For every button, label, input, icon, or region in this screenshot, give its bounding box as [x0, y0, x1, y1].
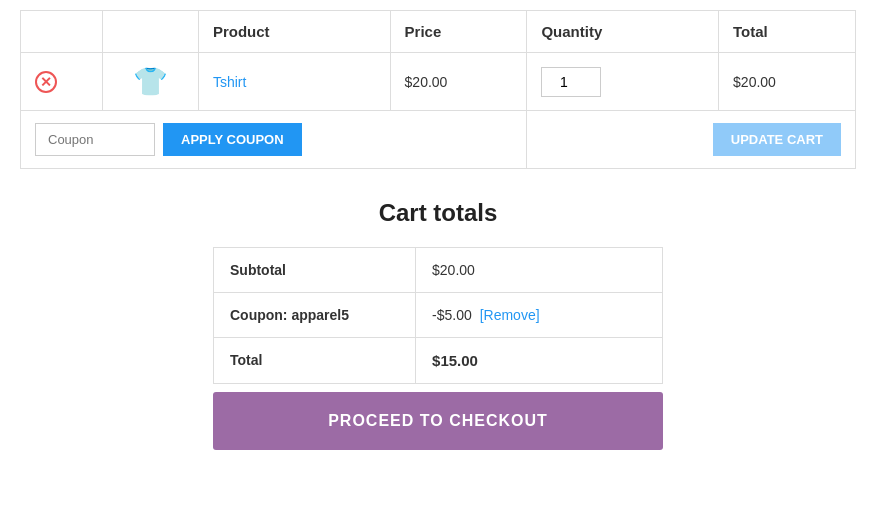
remove-item-button[interactable]: ✕	[35, 71, 57, 93]
col-product-header: Product	[198, 11, 390, 53]
update-cart-button[interactable]: UPDATE CART	[713, 123, 841, 156]
proceed-to-checkout-button[interactable]: PROCEED TO CHECKOUT	[213, 392, 663, 450]
quantity-cell	[527, 53, 719, 111]
subtotal-label: Subtotal	[214, 248, 416, 293]
cart-row: ✕ 👕 Tshirt $20.00 $20.00	[21, 53, 856, 111]
product-price: $20.00	[405, 74, 448, 90]
totals-table: Subtotal $20.00 Coupon: apparel5 -$5.00 …	[213, 247, 663, 384]
remove-icon: ✕	[35, 71, 57, 93]
col-price-header: Price	[390, 11, 527, 53]
row-total: $20.00	[733, 74, 776, 90]
coupon-input[interactable]	[35, 123, 155, 156]
update-cart-cell: UPDATE CART	[527, 111, 856, 169]
total-row: Total $15.00	[214, 338, 663, 384]
total-cell: $20.00	[719, 53, 856, 111]
total-value: $15.00	[416, 338, 663, 384]
product-cell: Tshirt	[198, 53, 390, 111]
cart-totals-section: Cart totals Subtotal $20.00 Coupon: appa…	[213, 199, 663, 450]
coupon-cell: APPLY COUPON	[21, 111, 527, 169]
cart-totals-title: Cart totals	[213, 199, 663, 227]
quantity-input[interactable]	[541, 67, 601, 97]
col-remove-header	[21, 11, 103, 53]
coupon-discount-label: Coupon: apparel5	[214, 293, 416, 338]
product-image: 👕	[117, 65, 184, 98]
coupon-section: APPLY COUPON	[35, 123, 512, 156]
price-cell: $20.00	[390, 53, 527, 111]
col-total-header: Total	[719, 11, 856, 53]
subtotal-value: $20.00	[416, 248, 663, 293]
total-label: Total	[214, 338, 416, 384]
col-image-header	[103, 11, 199, 53]
coupon-amount: -$5.00	[432, 307, 472, 323]
coupon-row: APPLY COUPON UPDATE CART	[21, 111, 856, 169]
product-link[interactable]: Tshirt	[213, 74, 246, 90]
image-cell: 👕	[103, 53, 199, 111]
cart-table: Product Price Quantity Total ✕ 👕 Tshirt …	[20, 10, 856, 169]
remove-cell: ✕	[21, 53, 103, 111]
col-quantity-header: Quantity	[527, 11, 719, 53]
coupon-discount-value: -$5.00 [Remove]	[416, 293, 663, 338]
remove-coupon-link[interactable]: [Remove]	[480, 307, 540, 323]
subtotal-row: Subtotal $20.00	[214, 248, 663, 293]
apply-coupon-button[interactable]: APPLY COUPON	[163, 123, 302, 156]
coupon-discount-row: Coupon: apparel5 -$5.00 [Remove]	[214, 293, 663, 338]
